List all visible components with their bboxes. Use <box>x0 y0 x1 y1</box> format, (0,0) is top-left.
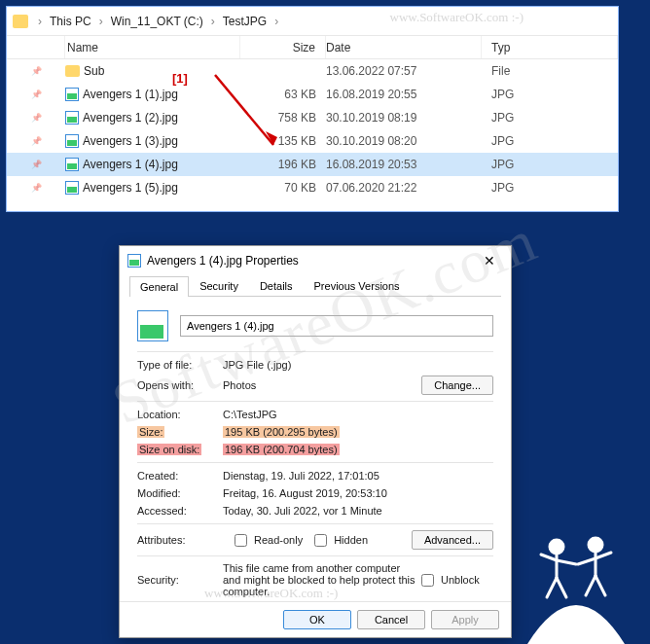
close-button[interactable]: ✕ <box>476 251 503 270</box>
tabs: General Security Details Previous Versio… <box>129 275 501 297</box>
folder-icon <box>13 15 28 28</box>
file-name-cell: Avengers 1 (2).jpg <box>65 111 240 125</box>
breadcrumb-segment[interactable]: Win_11_OKT (C:) <box>109 13 205 30</box>
svg-line-13 <box>596 576 605 595</box>
type-of-file-label: Type of file: <box>137 359 223 371</box>
pin-icon[interactable]: 📌 <box>7 113 65 123</box>
accessed-label: Accessed: <box>137 505 223 517</box>
svg-line-5 <box>557 560 576 564</box>
file-type-cell: JPG <box>482 88 618 101</box>
image-file-icon <box>65 158 79 171</box>
file-name-cell: Sub <box>65 64 240 78</box>
ok-button[interactable]: OK <box>283 610 351 629</box>
breadcrumb-segment[interactable]: TestJPG <box>221 13 269 30</box>
file-size-cell: 135 KB <box>240 134 326 148</box>
column-header-name[interactable]: Name <box>65 36 240 58</box>
svg-line-11 <box>596 553 611 558</box>
created-label: Created: <box>137 470 223 482</box>
file-row[interactable]: 📌Avengers 1 (1).jpg63 KB16.08.2019 20:55… <box>7 83 618 106</box>
tab-security[interactable]: Security <box>189 275 249 296</box>
attributes-label: Attributes: <box>137 534 223 546</box>
filename-input[interactable] <box>180 315 493 337</box>
file-row[interactable]: 📌Avengers 1 (4).jpg196 KB16.08.2019 20:5… <box>7 153 618 176</box>
cancel-button[interactable]: Cancel <box>357 610 425 629</box>
pin-icon[interactable]: 📌 <box>7 183 65 193</box>
file-name-cell: Avengers 1 (5).jpg <box>65 181 240 195</box>
folder-icon <box>65 65 80 77</box>
file-size-cell: 70 KB <box>240 181 326 195</box>
tab-previous-versions[interactable]: Previous Versions <box>304 275 411 296</box>
file-name-cell: Avengers 1 (3).jpg <box>65 134 240 148</box>
image-file-icon <box>65 111 79 125</box>
column-header-size[interactable]: Size <box>240 36 326 58</box>
column-header-type[interactable]: Typ <box>482 36 618 58</box>
tab-general[interactable]: General <box>129 276 189 297</box>
file-size-cell: 63 KB <box>240 88 326 101</box>
properties-dialog: Avengers 1 (4).jpg Properties ✕ General … <box>119 245 512 638</box>
advanced-button[interactable]: Advanced... <box>412 530 493 550</box>
opens-with-label: Opens with: <box>137 379 223 391</box>
file-size-cell: 758 KB <box>240 111 326 125</box>
readonly-checkbox[interactable]: Read-only <box>231 531 303 550</box>
size-on-disk-value: 196 KB (200.704 bytes) <box>223 444 493 455</box>
file-date-cell: 30.10.2019 08:19 <box>326 111 482 125</box>
column-header-date[interactable]: Date <box>326 36 482 58</box>
svg-point-8 <box>589 538 602 552</box>
file-type-cell: JPG <box>482 158 618 171</box>
modified-value: Freitag, 16. August 2019, 20:53:10 <box>223 487 493 499</box>
image-file-icon <box>65 88 79 101</box>
file-row[interactable]: 📌Avengers 1 (5).jpg70 KB07.06.2020 21:22… <box>7 176 618 199</box>
file-type-cell: File <box>482 64 618 78</box>
file-list: 📌Sub13.06.2022 07:57File📌Avengers 1 (1).… <box>7 59 618 199</box>
security-label: Security: <box>137 574 223 586</box>
annotation-marker: [1] <box>172 71 188 86</box>
svg-line-4 <box>541 555 557 560</box>
hidden-checkbox[interactable]: Hidden <box>310 531 368 550</box>
svg-line-7 <box>557 578 566 597</box>
pin-icon[interactable]: 📌 <box>7 66 65 76</box>
size-label: Size: <box>137 426 223 438</box>
dialog-title: Avengers 1 (4).jpg Properties <box>147 254 299 268</box>
file-type-cell: JPG <box>482 181 618 195</box>
size-value: 195 KB (200.295 bytes) <box>223 426 493 438</box>
file-row[interactable]: 📌Sub13.06.2022 07:57File <box>7 59 618 83</box>
breadcrumb[interactable]: › This PC › Win_11_OKT (C:) › TestJPG › <box>7 7 618 36</box>
apply-button[interactable]: Apply <box>431 610 499 629</box>
breadcrumb-segment[interactable]: This PC <box>48 13 93 30</box>
titlebar[interactable]: Avengers 1 (4).jpg Properties ✕ <box>120 246 511 275</box>
pin-icon[interactable]: 📌 <box>7 89 65 99</box>
security-text: This file came from another computer and… <box>223 562 417 597</box>
svg-line-10 <box>578 558 596 564</box>
unblock-checkbox[interactable]: Unblock <box>417 571 480 590</box>
file-name-cell: Avengers 1 (1).jpg <box>65 88 240 101</box>
file-date-cell: 16.08.2019 20:53 <box>326 158 482 171</box>
file-row[interactable]: 📌Avengers 1 (2).jpg758 KB30.10.2019 08:1… <box>7 106 618 129</box>
file-date-cell: 30.10.2019 08:20 <box>326 134 482 148</box>
file-type-icon <box>137 310 168 341</box>
svg-line-6 <box>547 578 557 597</box>
chevron-right-icon: › <box>36 15 44 28</box>
mascot-illustration <box>508 508 644 644</box>
tab-details[interactable]: Details <box>249 275 304 296</box>
created-value: Dienstag, 19. Juli 2022, 17:01:05 <box>223 470 493 482</box>
image-file-icon <box>65 181 79 195</box>
modified-label: Modified: <box>137 487 223 499</box>
accessed-value: Today, 30. Juli 2022, vor 1 Minute <box>223 505 493 517</box>
pin-icon[interactable]: 📌 <box>7 136 65 146</box>
type-of-file-value: JPG File (.jpg) <box>223 359 493 371</box>
file-row[interactable]: 📌Avengers 1 (3).jpg135 KB30.10.2019 08:2… <box>7 129 618 153</box>
image-file-icon <box>127 254 141 268</box>
column-headers: Name Size Date Typ <box>7 36 618 59</box>
opens-with-value: Photos <box>223 379 421 391</box>
change-button[interactable]: Change... <box>421 376 493 395</box>
dialog-buttons: OK Cancel Apply <box>120 601 511 637</box>
file-type-cell: JPG <box>482 134 618 148</box>
file-date-cell: 07.06.2020 21:22 <box>326 181 482 195</box>
pin-icon[interactable]: 📌 <box>7 160 65 169</box>
svg-line-12 <box>586 576 596 595</box>
file-explorer-window: › This PC › Win_11_OKT (C:) › TestJPG › … <box>6 6 619 212</box>
image-file-icon <box>65 134 79 148</box>
chevron-right-icon: › <box>272 15 280 28</box>
file-date-cell: 16.08.2019 20:55 <box>326 88 482 101</box>
file-date-cell: 13.06.2022 07:57 <box>326 64 482 78</box>
